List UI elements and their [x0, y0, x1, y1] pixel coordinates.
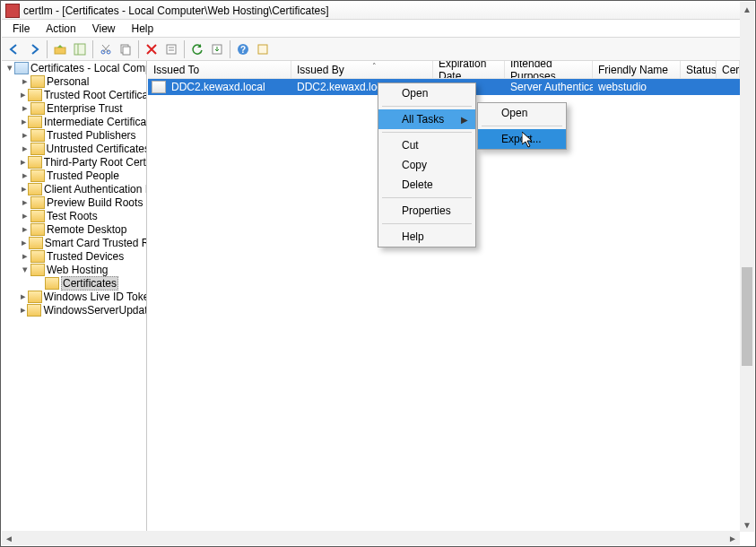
back-button[interactable]: [5, 40, 23, 58]
cell-friendly: webstudio: [593, 81, 681, 93]
ctx-separator: [382, 132, 472, 133]
tree-folder[interactable]: ▸Enterprise Trust: [2, 101, 146, 115]
expand-icon[interactable]: ▸: [20, 250, 30, 262]
scroll-right-icon[interactable]: ►: [726, 531, 740, 545]
menu-help[interactable]: Help: [125, 21, 161, 37]
up-folder-button[interactable]: [51, 40, 69, 58]
expand-icon[interactable]: ▸: [20, 75, 30, 87]
cut-button[interactable]: [97, 40, 115, 58]
help-button[interactable]: ?: [234, 40, 252, 58]
folder-icon: [27, 304, 41, 317]
tree-folder[interactable]: ▸Preview Build Roots: [2, 195, 146, 209]
ctx-cut[interactable]: Cut: [378, 135, 475, 155]
list-pane[interactable]: ˄ Issued To Issued By Expiration Date In…: [148, 61, 740, 531]
scroll-thumb[interactable]: [742, 267, 752, 366]
folder-icon: [28, 89, 42, 101]
svg-text:?: ?: [240, 45, 246, 55]
scroll-left-icon[interactable]: ◄: [2, 531, 16, 545]
toolbar: ?: [2, 38, 740, 61]
tree-folder[interactable]: ▸Windows Live ID Token Issuer: [2, 290, 146, 303]
tree-folder[interactable]: ▸Trusted Root Certification Au: [2, 88, 146, 101]
folder-icon: [45, 277, 59, 290]
tree-folder[interactable]: ▸Client Authentication Issuers: [2, 182, 146, 195]
expand-icon[interactable]: ▸: [20, 210, 30, 221]
expand-icon[interactable]: ▸: [20, 102, 30, 114]
delete-button[interactable]: [143, 40, 161, 58]
ctx-all-tasks[interactable]: All Tasks ▶: [378, 109, 475, 129]
workspace: ▾ Certificates - Local Computer ▸Persona…: [2, 61, 740, 531]
scroll-track[interactable]: [740, 16, 754, 517]
toolbar-extra-button[interactable]: [254, 40, 272, 58]
col-issued-to[interactable]: Issued To: [148, 61, 291, 78]
tree-folder-label: Remote Desktop: [47, 223, 126, 236]
collapse-icon[interactable]: ▾: [20, 264, 30, 275]
show-hide-tree-button[interactable]: [71, 40, 89, 58]
expand-icon[interactable]: ▸: [20, 129, 30, 141]
tree-root[interactable]: ▾ Certificates - Local Computer: [2, 61, 146, 74]
properties-button[interactable]: [162, 40, 180, 58]
tree-folder[interactable]: ▸Trusted Devices: [2, 249, 146, 263]
expand-icon[interactable]: ▸: [20, 237, 29, 248]
expand-icon[interactable]: ▸: [20, 169, 30, 181]
ctx-help[interactable]: Help: [378, 227, 475, 247]
copy-button[interactable]: [117, 40, 135, 58]
col-expiration[interactable]: Expiration Date: [433, 61, 505, 78]
sort-indicator-icon: ˄: [372, 62, 377, 71]
expand-icon[interactable]: ▸: [20, 304, 27, 316]
ctx-copy[interactable]: Copy: [378, 155, 475, 175]
expand-icon[interactable]: ▸: [20, 156, 28, 168]
tree-folder[interactable]: ▸Untrusted Certificates: [2, 142, 146, 155]
tree-folder[interactable]: ▸Third-Party Root Certification: [2, 155, 146, 169]
folder-icon: [29, 237, 43, 249]
ctx-sub-export[interactable]: Export...: [478, 129, 566, 149]
scroll-up-icon[interactable]: ▲: [740, 2, 754, 16]
horizontal-scrollbar[interactable]: ◄ ►: [2, 531, 740, 545]
expand-icon[interactable]: ▸: [20, 143, 30, 154]
tree-folder[interactable]: ▸Intermediate Certification Au: [2, 115, 146, 128]
folder-icon: [30, 75, 45, 88]
col-status[interactable]: Status: [681, 61, 717, 78]
cell-purposes: Server Authenticati...: [505, 81, 593, 93]
expand-icon[interactable]: ▸: [20, 223, 30, 235]
menu-bar: File Action View Help: [2, 20, 740, 38]
window-content: certlm - [Certificates - Local Computer\…: [2, 2, 740, 545]
tree-folder[interactable]: ▸Smart Card Trusted Roots: [2, 236, 146, 249]
ctx-properties[interactable]: Properties: [378, 201, 475, 221]
menu-file[interactable]: File: [5, 21, 37, 37]
expand-icon[interactable]: ▸: [20, 89, 28, 100]
expand-icon[interactable]: ▸: [20, 196, 30, 208]
tree-pane[interactable]: ▾ Certificates - Local Computer ▸Persona…: [2, 61, 147, 531]
svg-rect-13: [258, 45, 267, 54]
forward-button[interactable]: [25, 40, 43, 58]
tree-certificates-node[interactable]: Certificates: [2, 276, 146, 290]
refresh-button[interactable]: [188, 40, 206, 58]
tree-folder[interactable]: ▸Personal: [2, 74, 146, 88]
tree-folder[interactable]: ▸WindowsServerUpdateService: [2, 303, 146, 317]
submenu-arrow-icon: ▶: [461, 115, 468, 125]
tree-folder[interactable]: ▸Test Roots: [2, 209, 146, 222]
expand-icon[interactable]: ▸: [20, 291, 28, 302]
export-list-button[interactable]: [208, 40, 226, 58]
ctx-open[interactable]: Open: [378, 83, 475, 103]
col-purposes[interactable]: Intended Purposes: [505, 61, 593, 78]
col-issued-by[interactable]: Issued By: [291, 61, 433, 78]
outer-vertical-scrollbar[interactable]: ▲ ▼: [740, 2, 754, 532]
tree-folder[interactable]: ▸Remote Desktop: [2, 222, 146, 236]
tree-folder[interactable]: ▸Trusted Publishers: [2, 128, 146, 142]
tree-folder[interactable]: ▾Web Hosting: [2, 263, 146, 276]
col-friendly[interactable]: Friendly Name: [593, 61, 681, 78]
col-cert-template[interactable]: Certi: [717, 61, 740, 78]
tree-folder-label: Windows Live ID Token Issuer: [44, 291, 146, 303]
menu-action[interactable]: Action: [39, 21, 83, 37]
tree-folder[interactable]: ▸Trusted People: [2, 169, 146, 182]
collapse-icon[interactable]: ▾: [5, 62, 14, 74]
folder-icon: [30, 210, 45, 222]
svg-rect-6: [123, 47, 130, 55]
ctx-sub-open[interactable]: Open: [478, 103, 566, 123]
expand-icon[interactable]: ▸: [20, 116, 28, 127]
tree-folder-label: Trusted Devices: [47, 250, 124, 263]
scroll-down-icon[interactable]: ▼: [740, 517, 754, 532]
expand-icon[interactable]: ▸: [20, 183, 28, 195]
ctx-delete[interactable]: Delete: [378, 175, 475, 195]
menu-view[interactable]: View: [85, 21, 123, 37]
